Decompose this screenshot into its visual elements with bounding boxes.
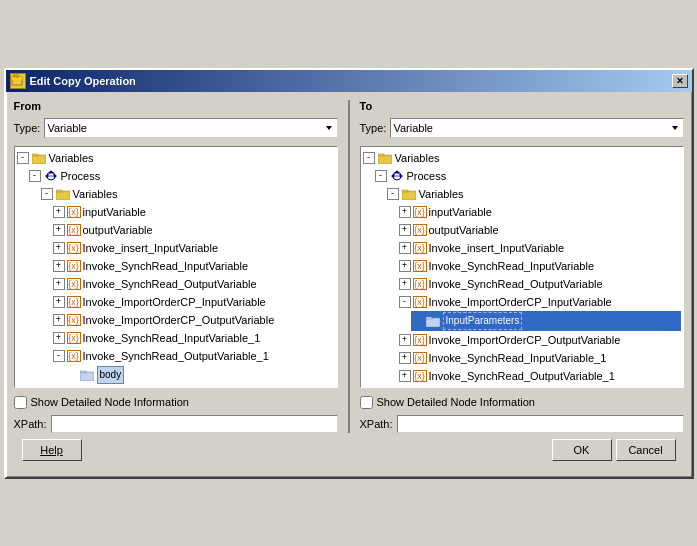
from-node-synchReadIn[interactable]: + {x} Invoke_SynchRead_InputVariable <box>53 257 335 275</box>
to-exp-synchReadOut[interactable]: + <box>399 278 411 290</box>
process-icon <box>43 169 59 183</box>
svg-rect-12 <box>56 191 70 200</box>
to-expander-root[interactable]: - <box>363 152 375 164</box>
to-exp-synchReadOut1[interactable]: + <box>399 370 411 382</box>
from-show-details-label: Show Detailed Node Information <box>31 396 189 408</box>
to-node-inputVar[interactable]: + {x} inputVariable <box>399 203 681 221</box>
to-type-select[interactable]: Variable <box>390 118 683 138</box>
from-label-inputVar: inputVariable <box>83 204 146 220</box>
from-node-synchReadIn1[interactable]: + {x} Invoke_SynchRead_InputVariable_1 <box>53 329 335 347</box>
to-node-synchReadIn[interactable]: + {x} Invoke_SynchRead_InputVariable <box>399 257 681 275</box>
to-xpath-row: XPath: <box>360 415 684 433</box>
to-exp-inputVar[interactable]: + <box>399 206 411 218</box>
svg-rect-13 <box>56 190 62 192</box>
to-type-row: Type: Variable <box>360 118 684 138</box>
from-node-process[interactable]: - <box>29 167 335 185</box>
from-node-variables-root[interactable]: - Variables <box>17 149 335 167</box>
from-exp-importOut[interactable]: + <box>53 314 65 326</box>
to-exp-invokeInsert[interactable]: + <box>399 242 411 254</box>
from-exp-invokeInsert[interactable]: + <box>53 242 65 254</box>
from-exp-inputVar[interactable]: + <box>53 206 65 218</box>
to-node-synchReadOut[interactable]: + {x} Invoke_SynchRead_OutputVariable <box>399 275 681 293</box>
to-node-invokeInsert[interactable]: + {x} Invoke_insert_InputVariable <box>399 239 681 257</box>
to-tree-container[interactable]: - Variables - <box>360 146 684 388</box>
from-show-details-row: Show Detailed Node Information <box>14 396 338 409</box>
dialog-icon <box>10 73 26 89</box>
from-node-synchReadOut[interactable]: + {x} Invoke_SynchRead_OutputVariable <box>53 275 335 293</box>
from-show-details-checkbox[interactable] <box>14 396 27 409</box>
help-button[interactable]: Help <box>22 439 82 461</box>
folder-icon-vars <box>55 187 71 201</box>
from-label-synchReadOut: Invoke_SynchRead_OutputVariable <box>83 276 257 292</box>
from-exp-synchReadOut1[interactable]: - <box>53 350 65 362</box>
from-type-row: Type: Variable <box>14 118 338 138</box>
from-expander-process[interactable]: - <box>29 170 41 182</box>
to-node-vars-folder[interactable]: - Variables <box>387 185 681 203</box>
svg-rect-3 <box>32 155 46 164</box>
to-expander-process[interactable]: - <box>375 170 387 182</box>
from-exp-synchReadIn1[interactable]: + <box>53 332 65 344</box>
svg-rect-25 <box>402 191 416 200</box>
from-xpath-input[interactable] <box>51 415 338 433</box>
from-exp-outputVar[interactable]: + <box>53 224 65 236</box>
cancel-button[interactable]: Cancel <box>616 439 676 461</box>
to-panel: To Type: Variable - <box>360 100 684 433</box>
from-xpath-row: XPath: <box>14 415 338 433</box>
to-tree-root: - Variables - <box>363 149 681 385</box>
to-node-importIn[interactable]: - {x} Invoke_ImportOrderCP_InputVariable <box>399 293 681 311</box>
to-node-outputVar[interactable]: + {x} outputVariable <box>399 221 681 239</box>
from-exp-importIn[interactable]: + <box>53 296 65 308</box>
to-exp-synchReadIn1[interactable]: + <box>399 352 411 364</box>
svg-rect-28 <box>426 317 432 319</box>
to-node-variables-root[interactable]: - Variables <box>363 149 681 167</box>
to-node-importOut[interactable]: + {x} Invoke_ImportOrderCP_OutputVariabl… <box>399 331 681 349</box>
from-node-body[interactable]: body <box>65 365 335 385</box>
close-button[interactable]: ✕ <box>672 74 688 88</box>
to-xpath-input[interactable] <box>397 415 684 433</box>
from-exp-synchReadOut[interactable]: + <box>53 278 65 290</box>
to-process-icon <box>389 169 405 183</box>
to-show-details-checkbox[interactable] <box>360 396 373 409</box>
folder-icon <box>31 151 47 165</box>
to-label-invokeInsert: Invoke_insert_InputVariable <box>429 240 565 256</box>
to-node-synchReadOut1[interactable]: + {x} Invoke_SynchRead_OutputVariable_1 <box>399 367 681 385</box>
to-exp-outputVar[interactable]: + <box>399 224 411 236</box>
to-expander-vars[interactable]: - <box>387 188 399 200</box>
from-node-outputVar[interactable]: + {x} outputVariable <box>53 221 335 239</box>
from-node-importOut[interactable]: + {x} Invoke_ImportOrderCP_OutputVariabl… <box>53 311 335 329</box>
to-label-importOut: Invoke_ImportOrderCP_OutputVariable <box>429 332 621 348</box>
to-node-inputParams[interactable]: InputParameters <box>411 311 681 331</box>
from-expander-vars[interactable]: - <box>41 188 53 200</box>
to-exp-synchReadIn[interactable]: + <box>399 260 411 272</box>
svg-rect-27 <box>426 318 440 327</box>
to-xpath-label: XPath: <box>360 418 393 430</box>
from-tree-root: - Variables - <box>17 149 335 385</box>
from-node-vars-folder[interactable]: - Variables <box>41 185 335 203</box>
to-label-inputParams: InputParameters <box>443 312 523 330</box>
to-node-synchReadIn1[interactable]: + {x} Invoke_SynchRead_InputVariable_1 <box>399 349 681 367</box>
to-exp-placeholder-inputParams <box>411 315 423 327</box>
from-exp-synchReadIn[interactable]: + <box>53 260 65 272</box>
to-node-process[interactable]: - <box>375 167 681 185</box>
title-bar: Edit Copy Operation ✕ <box>6 70 692 92</box>
ok-button[interactable]: OK <box>552 439 612 461</box>
to-folder-icon <box>377 151 393 165</box>
from-node-invokeInsert[interactable]: + {x} Invoke_insert_InputVariable <box>53 239 335 257</box>
to-exp-importOut[interactable]: + <box>399 334 411 346</box>
to-label-synchReadOut1: Invoke_SynchRead_OutputVariable_1 <box>429 368 615 384</box>
from-type-select[interactable]: Variable <box>44 118 337 138</box>
from-label-invokeInsert: Invoke_insert_InputVariable <box>83 240 219 256</box>
to-var-icon-8: {x} <box>413 352 427 364</box>
dialog-body: From Type: Variable - <box>6 92 692 477</box>
from-xpath-label: XPath: <box>14 418 47 430</box>
to-exp-importIn[interactable]: - <box>399 296 411 308</box>
to-var-icon-5: {x} <box>413 278 427 290</box>
to-var-icon-3: {x} <box>413 242 427 254</box>
from-node-inputVar[interactable]: + {x} inputVariable <box>53 203 335 221</box>
from-node-synchReadOut1[interactable]: - {x} Invoke_SynchRead_OutputVariable_1 <box>53 347 335 365</box>
panel-divider <box>348 100 350 433</box>
from-expander-root[interactable]: - <box>17 152 29 164</box>
var-icon-8: {x} <box>67 332 81 344</box>
from-node-importIn[interactable]: + {x} Invoke_ImportOrderCP_InputVariable <box>53 293 335 311</box>
from-tree-container[interactable]: - Variables - <box>14 146 338 388</box>
